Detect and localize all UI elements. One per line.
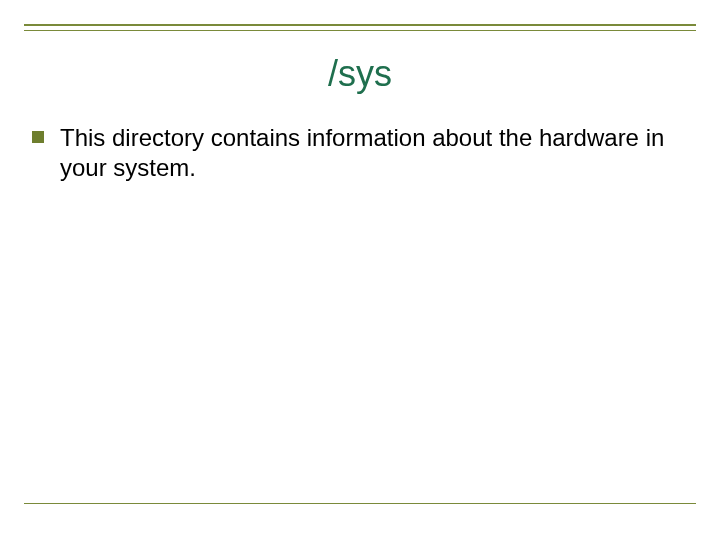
list-item: This directory contains information abou… xyxy=(32,123,666,183)
bullet-text: This directory contains information abou… xyxy=(60,123,666,183)
top-rule-thick xyxy=(24,24,696,26)
bottom-rule xyxy=(24,503,696,504)
slide-content: This directory contains information abou… xyxy=(24,123,696,183)
top-rule-thin xyxy=(24,30,696,31)
slide-title: /sys xyxy=(24,53,696,95)
slide-frame: /sys This directory contains information… xyxy=(24,24,696,504)
square-bullet-icon xyxy=(32,131,44,143)
